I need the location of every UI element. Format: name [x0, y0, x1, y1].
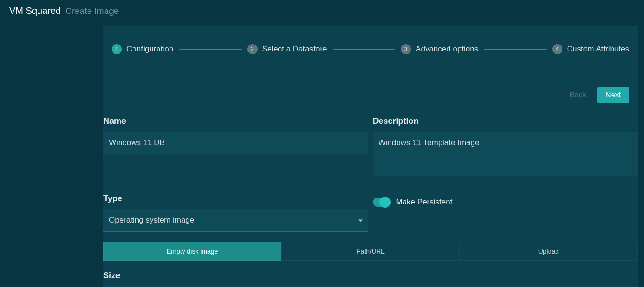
step-number: 4 [552, 44, 562, 54]
step-advanced-options[interactable]: 3 Advanced options [401, 44, 478, 54]
tab-empty-disk[interactable]: Empty disk image [103, 242, 281, 261]
back-button[interactable]: Back [568, 87, 588, 103]
main-panel: 1 Configuration 2 Select a Datastore 3 A… [103, 26, 638, 287]
make-persistent-toggle[interactable] [373, 198, 391, 207]
nav-buttons: Back Next [103, 59, 638, 111]
name-input[interactable] [103, 132, 368, 154]
make-persistent-label: Make Persistent [396, 198, 453, 207]
page-header: VM Squared Create Image [0, 0, 644, 26]
name-label: Name [103, 111, 368, 132]
step-divider [484, 49, 547, 50]
size-label: Size [103, 265, 638, 286]
app-title: VM Squared [9, 6, 61, 16]
description-label: Description [373, 111, 638, 132]
step-number: 3 [401, 44, 411, 54]
step-label: Advanced options [416, 45, 478, 54]
image-source-tabs: Empty disk image Path/URL Upload [103, 242, 638, 261]
description-input[interactable] [373, 132, 638, 176]
toggle-knob [379, 197, 391, 208]
type-select[interactable]: Operating system image [103, 209, 368, 232]
type-label: Type [103, 188, 368, 209]
step-label: Custom Attributes [567, 45, 629, 54]
page-title: Create Image [65, 6, 119, 16]
step-custom-attributes[interactable]: 4 Custom Attributes [552, 44, 629, 54]
next-button[interactable]: Next [597, 87, 629, 103]
step-divider [333, 49, 396, 50]
step-number: 1 [112, 44, 122, 54]
step-label: Configuration [126, 45, 173, 54]
wizard-stepper: 1 Configuration 2 Select a Datastore 3 A… [103, 26, 638, 59]
tab-upload[interactable]: Upload [460, 242, 638, 261]
step-divider [179, 49, 242, 50]
step-number: 2 [247, 44, 258, 54]
step-select-datastore[interactable]: 2 Select a Datastore [247, 44, 327, 54]
step-configuration[interactable]: 1 Configuration [112, 44, 173, 54]
tab-path-url[interactable]: Path/URL [281, 242, 459, 261]
step-label: Select a Datastore [262, 45, 327, 54]
